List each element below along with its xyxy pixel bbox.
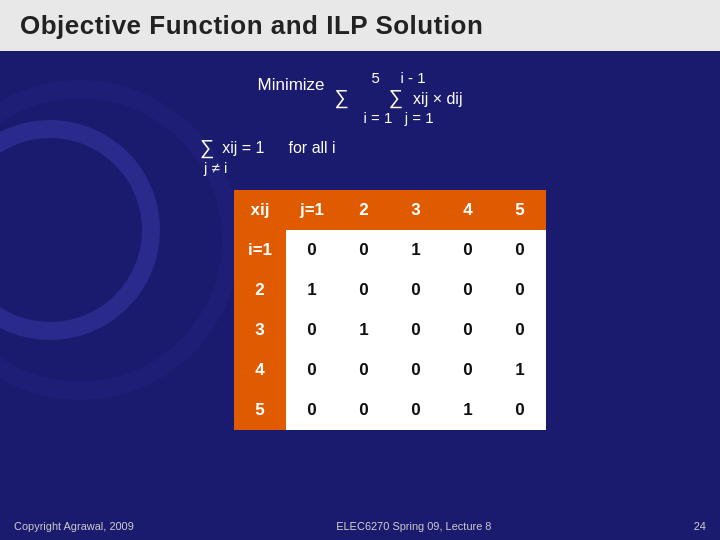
table-cell-r2-c5: 0 <box>494 310 546 350</box>
constraint-sub: j ≠ i <box>204 159 227 176</box>
table-cell-r3-c3: 0 <box>390 350 442 390</box>
table-header-2: 2 <box>338 190 390 230</box>
table-cell-r3-c1: 0 <box>286 350 338 390</box>
table-row: 210000 <box>234 270 546 310</box>
table-cell-r1-c3: 0 <box>390 270 442 310</box>
table-cell-r4-c5: 0 <box>494 390 546 430</box>
table-cell-r2-c3: 0 <box>390 310 442 350</box>
constraint-sum: ∑ <box>200 136 214 159</box>
slide: Objective Function and ILP Solution Mini… <box>0 0 720 540</box>
table-cell-r2-c0: 3 <box>234 310 286 350</box>
table-cell-r0-c4: 0 <box>442 230 494 270</box>
table-cell-r3-c5: 1 <box>494 350 546 390</box>
table-row: i=100100 <box>234 230 546 270</box>
slide-title: Objective Function and ILP Solution <box>0 0 720 51</box>
table-cell-r0-c3: 1 <box>390 230 442 270</box>
table-header-xij: xij <box>234 190 286 230</box>
table-cell-r1-c4: 0 <box>442 270 494 310</box>
table-row: 500010 <box>234 390 546 430</box>
minimize-label: Minimize <box>258 75 325 95</box>
solution-table-container: xij j=1 2 3 4 5 i=1001002100003010004000… <box>234 190 546 430</box>
table-cell-r0-c1: 0 <box>286 230 338 270</box>
constraint-forall: for all i <box>289 139 336 157</box>
slide-content: Minimize 5 i - 1 ∑ ∑ xij × dij i = 1 j =… <box>0 51 720 520</box>
table-cell-r4-c0: 5 <box>234 390 286 430</box>
minimize-sum1: ∑ <box>335 86 349 109</box>
solution-table: xij j=1 2 3 4 5 i=1001002100003010004000… <box>234 190 546 430</box>
table-cell-r0-c0: i=1 <box>234 230 286 270</box>
table-cell-r0-c5: 0 <box>494 230 546 270</box>
footer-copyright: Copyright Agrawal, 2009 <box>14 520 134 532</box>
footer-page: 24 <box>694 520 706 532</box>
minimize-upper-range: 5 i - 1 <box>371 69 425 86</box>
table-cell-r4-c2: 0 <box>338 390 390 430</box>
table-cell-r1-c0: 2 <box>234 270 286 310</box>
table-cell-r1-c1: 1 <box>286 270 338 310</box>
table-row: 400001 <box>234 350 546 390</box>
minimize-lower-index: i = 1 j = 1 <box>364 109 434 126</box>
table-cell-r0-c2: 0 <box>338 230 390 270</box>
constraint-xij: xij = 1 <box>222 139 264 157</box>
table-header-row: xij j=1 2 3 4 5 <box>234 190 546 230</box>
table-cell-r1-c5: 0 <box>494 270 546 310</box>
table-cell-r4-c3: 0 <box>390 390 442 430</box>
table-header-j1: j=1 <box>286 190 338 230</box>
table-cell-r2-c2: 1 <box>338 310 390 350</box>
table-header-3: 3 <box>390 190 442 230</box>
minimize-expr: xij × dij <box>413 90 462 109</box>
table-cell-r4-c1: 0 <box>286 390 338 430</box>
table-header-4: 4 <box>442 190 494 230</box>
footer-course: ELEC6270 Spring 09, Lecture 8 <box>336 520 491 532</box>
table-cell-r1-c2: 0 <box>338 270 390 310</box>
table-cell-r3-c0: 4 <box>234 350 286 390</box>
table-cell-r3-c2: 0 <box>338 350 390 390</box>
minimize-sum2: ∑ <box>389 86 403 109</box>
table-cell-r2-c1: 0 <box>286 310 338 350</box>
table-cell-r4-c4: 1 <box>442 390 494 430</box>
table-header-5: 5 <box>494 190 546 230</box>
table-cell-r2-c4: 0 <box>442 310 494 350</box>
table-row: 301000 <box>234 310 546 350</box>
table-cell-r3-c4: 0 <box>442 350 494 390</box>
